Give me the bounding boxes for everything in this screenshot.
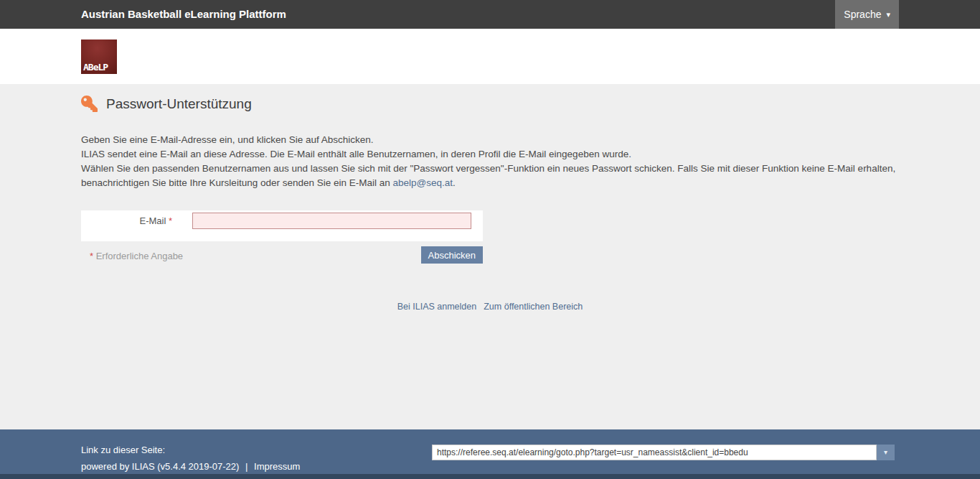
auxiliary-links: Bei ILIAS anmelden Zum öffentlichen Bere… — [0, 302, 980, 312]
powered-by-row: powered by ILIAS (v5.4.4 2019-07-22) | I… — [81, 461, 300, 472]
login-link[interactable]: Bei ILIAS anmelden — [397, 302, 477, 312]
required-asterisk: * — [90, 251, 93, 261]
form-footer: * Erforderliche Angabe Abschicken — [81, 246, 483, 264]
powered-by-link[interactable]: powered by ILIAS (v5.4.4 2019-07-22) — [81, 461, 239, 472]
language-menu-label: Sprache — [844, 9, 881, 20]
page-heading: Passwort-Unterstützung — [81, 96, 252, 112]
impressum-link[interactable]: Impressum — [254, 461, 300, 472]
key-icon — [81, 96, 98, 112]
site-header: ABeLP — [0, 29, 980, 84]
email-label: E-Mail * — [81, 215, 192, 226]
logo-text: ABeLP — [83, 62, 108, 73]
permalink-input[interactable] — [432, 445, 877, 460]
footer: Link zu dieser Seite: ▾ powered by ILIAS… — [0, 429, 980, 474]
email-form-row: E-Mail * — [81, 210, 483, 229]
caret-down-icon: ▾ — [886, 11, 890, 19]
topbar: Austrian Basketball eLearning Plattform … — [0, 0, 980, 29]
language-menu-button[interactable]: Sprache ▾ — [835, 0, 899, 29]
main-content: Passwort-Unterstützung Geben Sie eine E-… — [0, 84, 980, 429]
submit-button[interactable]: Abschicken — [421, 246, 483, 264]
required-note: * Erforderliche Angabe — [81, 246, 183, 261]
support-email-link[interactable]: abelp@seq.at — [393, 177, 453, 188]
instruction-line-3: Wählen Sie den passenden Benutzernamen a… — [81, 163, 895, 188]
page-title: Passwort-Unterstützung — [106, 96, 252, 112]
logo[interactable]: ABeLP — [81, 39, 117, 74]
footer-separator: | — [245, 461, 248, 472]
caret-down-icon: ▾ — [884, 448, 887, 456]
required-note-text: Erforderliche Angabe — [96, 251, 183, 261]
email-field[interactable] — [192, 213, 471, 229]
instructions: Geben Sie eine E-Mail-Adresse ein, und k… — [81, 133, 899, 190]
instruction-line-1: Geben Sie eine E-Mail-Adresse ein, und k… — [81, 134, 373, 145]
app-title: Austrian Basketball eLearning Plattform — [81, 0, 286, 29]
instruction-line-2: ILIAS sendet eine E-Mail an diese Adress… — [81, 149, 631, 159]
permalink-label: Link zu dieser Seite: — [81, 445, 165, 455]
password-assistance-form: E-Mail * — [81, 210, 483, 241]
required-asterisk: * — [169, 215, 172, 226]
public-area-link[interactable]: Zum öffentlichen Bereich — [484, 302, 583, 312]
email-label-text: E-Mail — [139, 215, 166, 226]
permalink-dropdown-button[interactable]: ▾ — [877, 445, 895, 460]
instruction-line-3-end: . — [453, 177, 456, 188]
permalink-group: ▾ — [432, 445, 895, 460]
page-bottom-strip — [0, 474, 980, 479]
